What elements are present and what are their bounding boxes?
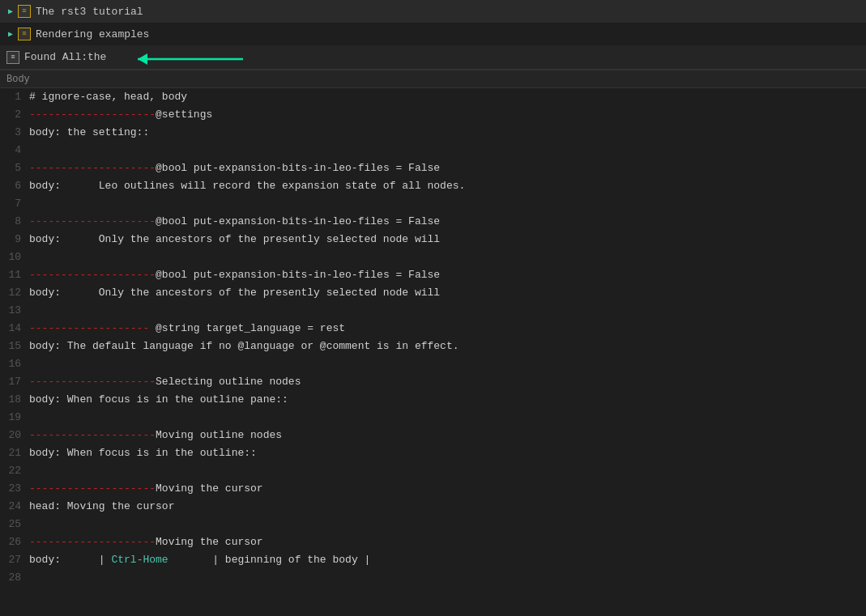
line-number: 10 — [0, 249, 29, 266]
line-content — [29, 195, 866, 213]
table-row: 1 # ignore-case, head, body — [0, 88, 866, 106]
line-content: body: When focus is in the outline pane:… — [29, 391, 866, 409]
line-number: 6 — [0, 177, 29, 195]
tree-panel: ▶ ≡ The rst3 tutorial ▶ ≡ Rendering exam… — [0, 0, 866, 70]
tree-item-rst3[interactable]: ▶ ≡ The rst3 tutorial — [0, 0, 866, 23]
line-content: body: Only the ancestors of the presentl… — [29, 284, 866, 302]
line-content — [29, 516, 866, 533]
line-number: 4 — [0, 142, 29, 159]
line-content: body: the setting:: — [29, 124, 866, 142]
line-number: 14 — [0, 320, 29, 338]
tree-item-rendering[interactable]: ▶ ≡ Rendering examples — [0, 23, 866, 45]
line-number: 3 — [0, 124, 29, 142]
table-row: 4 — [0, 142, 866, 159]
table-row: 10 — [0, 249, 866, 266]
table-row: 13 — [0, 302, 866, 320]
line-number: 13 — [0, 302, 29, 320]
node-icon-rst3: ≡ — [18, 5, 31, 18]
table-row: 7 — [0, 195, 866, 213]
table-row: 9 body: Only the ancestors of the presen… — [0, 231, 866, 249]
line-number: 20 — [0, 427, 29, 444]
table-row: 14 ------------------- @string target_la… — [0, 320, 866, 338]
line-number: 22 — [0, 462, 29, 480]
line-content: head: Moving the cursor — [29, 498, 866, 516]
table-row: 24 head: Moving the cursor — [0, 498, 866, 516]
line-number: 16 — [0, 355, 29, 373]
table-row: 8 --------------------@bool put-expansio… — [0, 213, 866, 231]
table-row: 22 — [0, 462, 866, 480]
table-row: 6 body: Leo outlines will record the exp… — [0, 177, 866, 195]
table-row: 25 — [0, 516, 866, 533]
line-number: 9 — [0, 231, 29, 249]
line-content — [29, 462, 866, 480]
line-content: --------------------Moving the cursor — [29, 480, 866, 498]
table-row: 18 body: When focus is in the outline pa… — [0, 391, 866, 409]
line-content: --------------------@bool put-expansion-… — [29, 213, 866, 231]
svg-marker-1 — [138, 53, 147, 65]
collapse-arrow-rendering: ▶ — [5, 28, 16, 40]
line-number: 7 — [0, 195, 29, 213]
line-number: 15 — [0, 338, 29, 355]
line-number: 24 — [0, 498, 29, 516]
line-number: 23 — [0, 480, 29, 498]
table-row: 19 — [0, 409, 866, 427]
table-row: 27 body: | Ctrl-Home | beginning of the … — [0, 551, 866, 569]
table-row: 20 --------------------Moving outline no… — [0, 427, 866, 444]
line-content — [29, 569, 866, 587]
line-number: 21 — [0, 444, 29, 462]
table-row: 3 body: the setting:: — [0, 124, 866, 142]
table-row: 2 --------------------@settings — [0, 106, 866, 124]
line-number: 27 — [0, 551, 29, 569]
editor[interactable]: 1 # ignore-case, head, body 2 ----------… — [0, 88, 866, 616]
line-content: body: The default language if no @langua… — [29, 338, 866, 355]
line-content: # ignore-case, head, body — [29, 88, 866, 106]
node-icon-rendering: ≡ — [18, 28, 31, 40]
found-text: Found All:the — [24, 51, 106, 63]
found-node-icon: ≡ — [6, 51, 19, 64]
table-row: 26 --------------------Moving the cursor — [0, 533, 866, 551]
line-number: 18 — [0, 391, 29, 409]
arrow-annotation — [130, 47, 267, 68]
line-number: 5 — [0, 159, 29, 177]
line-number: 26 — [0, 533, 29, 551]
line-content — [29, 142, 866, 159]
line-number: 12 — [0, 284, 29, 302]
line-content — [29, 249, 866, 266]
line-number: 1 — [0, 88, 29, 106]
line-content — [29, 355, 866, 373]
line-number: 2 — [0, 106, 29, 124]
line-content: --------------------Moving the cursor — [29, 533, 866, 551]
line-content: --------------------Selecting outline no… — [29, 373, 866, 391]
line-content — [29, 409, 866, 427]
line-number: 28 — [0, 569, 29, 587]
table-row: 23 --------------------Moving the cursor — [0, 480, 866, 498]
table-row: 11 --------------------@bool put-expansi… — [0, 266, 866, 284]
line-number: 17 — [0, 373, 29, 391]
tree-label-rendering: Rendering examples — [36, 28, 149, 40]
line-number: 11 — [0, 266, 29, 284]
line-content: body: Only the ancestors of the presentl… — [29, 231, 866, 249]
line-content: --------------------@settings — [29, 106, 866, 124]
collapse-arrow-rst3: ▶ — [5, 6, 16, 17]
table-row: 17 --------------------Selecting outline… — [0, 373, 866, 391]
table-row: 12 body: Only the ancestors of the prese… — [0, 284, 866, 302]
line-content: --------------------@bool put-expansion-… — [29, 266, 866, 284]
table-row: 16 — [0, 355, 866, 373]
line-number: 25 — [0, 516, 29, 533]
line-content: ------------------- @string target_langu… — [29, 320, 866, 338]
line-content: body: | Ctrl-Home | beginning of the bod… — [29, 551, 866, 569]
table-row: 28 — [0, 569, 866, 587]
table-row: 21 body: When focus is in the outline:: — [0, 444, 866, 462]
line-content: --------------------Moving outline nodes — [29, 427, 866, 444]
table-row: 5 --------------------@bool put-expansio… — [0, 159, 866, 177]
line-content: body: When focus is in the outline:: — [29, 444, 866, 462]
body-label: Body — [0, 70, 866, 88]
line-number: 8 — [0, 213, 29, 231]
line-content — [29, 302, 866, 320]
line-content: body: Leo outlines will record the expan… — [29, 177, 866, 195]
found-bar: ≡ Found All:the — [0, 45, 866, 70]
tree-label-rst3: The rst3 tutorial — [36, 6, 143, 18]
line-content: --------------------@bool put-expansion-… — [29, 159, 866, 177]
table-row: 15 body: The default language if no @lan… — [0, 338, 866, 355]
line-number: 19 — [0, 409, 29, 427]
